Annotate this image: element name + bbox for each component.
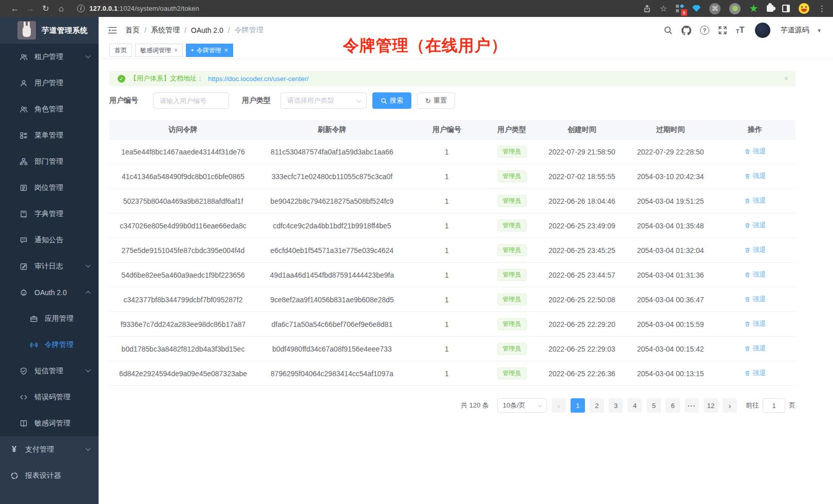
search-button[interactable]: 搜索 <box>372 92 411 109</box>
tab-home[interactable]: 首页 <box>109 44 132 57</box>
sidebar-item-oauth[interactable]: OAuth 2.0 <box>0 279 99 305</box>
force-logout-button[interactable]: 强退 <box>744 344 766 353</box>
table-row: 502375b8040a469a9b82188afdf6af1f be90422… <box>109 189 796 214</box>
sidebar-item-notice[interactable]: 通知公告 <box>0 227 99 253</box>
col-access-token: 访问令牌 <box>109 121 257 140</box>
extensions-puzzle-icon[interactable] <box>767 5 773 12</box>
fullscreen-icon[interactable] <box>718 26 727 35</box>
goto-page-input[interactable] <box>763 398 785 413</box>
extension-command-icon[interactable]: ⌘ <box>709 3 721 14</box>
sidebar-item-oauth-app[interactable]: 应用管理 <box>0 305 99 332</box>
force-logout-button[interactable]: 强退 <box>744 319 766 328</box>
sidebar-item-pay[interactable]: ¥ 支付管理 <box>0 436 99 462</box>
prev-page-button[interactable]: ‹ <box>552 398 566 413</box>
extension-star-icon[interactable] <box>749 4 758 13</box>
profile-emoji-icon[interactable] <box>799 3 809 14</box>
filter-bar: 用户编号 用户类型 请选择用户类型 搜索 ↻ 重置 <box>109 92 796 109</box>
sidebar-item-oauth-token[interactable]: 令牌管理 <box>0 332 99 358</box>
force-logout-button[interactable]: 强退 <box>744 245 766 255</box>
chevron-up-icon <box>86 291 91 296</box>
sidebar-item-label: 租户管理 <box>34 52 63 62</box>
breadcrumb-system[interactable]: 系统管理 <box>151 26 180 35</box>
share-icon[interactable] <box>643 5 651 13</box>
avatar[interactable] <box>755 23 770 38</box>
url-path: :1024/system/oauth2/token <box>118 5 199 12</box>
sidebar-item-label: 令牌管理 <box>45 340 73 350</box>
page-button-2[interactable]: 2 <box>590 398 604 413</box>
user-id-input[interactable] <box>153 92 229 109</box>
sidebar-menu-bottom: ¥ 支付管理 报表设计器 <box>0 436 99 489</box>
page-size-select[interactable]: 10条/页 <box>497 398 547 413</box>
page-button-6[interactable]: 6 <box>666 398 680 413</box>
refresh-icon[interactable]: ↻ <box>38 4 53 13</box>
user-type-badge: 管理员 <box>498 146 526 158</box>
chevron-down-icon <box>356 98 362 103</box>
close-icon[interactable]: × <box>224 47 228 54</box>
font-size-icon[interactable]: TT <box>736 26 745 34</box>
help-icon[interactable]: ? <box>700 26 709 35</box>
sidebar-item-sensitive-words[interactable]: 敏感词管理 <box>0 410 99 436</box>
breadcrumb-home[interactable]: 首页 <box>125 26 140 35</box>
browser-menu-icon[interactable]: ⋮ <box>818 4 826 13</box>
sidebar-item-post[interactable]: 岗位管理 <box>0 175 99 201</box>
force-logout-button[interactable]: 强退 <box>744 221 766 230</box>
home-icon[interactable]: ⌂ <box>53 4 69 13</box>
force-logout-button[interactable]: 强退 <box>744 147 766 156</box>
shield-check-icon <box>19 366 28 375</box>
sidebar-item-report-designer[interactable]: 报表设计器 <box>0 462 99 489</box>
back-icon[interactable]: ← <box>7 4 23 13</box>
sidebar-fold-icon[interactable] <box>108 26 117 34</box>
more-pages-button[interactable]: ··· <box>685 398 699 413</box>
user-type-select[interactable]: 请选择用户类型 <box>280 92 367 109</box>
table-row: c342377bf8b344799dcbf7bf095287f2 9ce8ef2… <box>109 287 796 312</box>
force-logout-button[interactable]: 强退 <box>744 171 766 181</box>
force-logout-button[interactable]: 强退 <box>744 270 766 279</box>
sidebar-item-error-code[interactable]: 错误码管理 <box>0 384 99 410</box>
app-logo-row[interactable]: 芋道管理系统 <box>0 17 99 44</box>
force-logout-button[interactable]: 强退 <box>744 369 766 378</box>
extension-grid-icon[interactable]: 9 <box>676 5 684 12</box>
sidebar-item-dept[interactable]: 部门管理 <box>0 148 99 175</box>
sidebar-item-tenant[interactable]: 租户管理 <box>0 44 99 70</box>
close-icon[interactable]: × <box>174 47 178 54</box>
tab-token[interactable]: ● 令牌管理 × <box>186 44 233 57</box>
page-button-12[interactable]: 12 <box>704 398 718 413</box>
sidebar-item-role[interactable]: 角色管理 <box>0 96 99 122</box>
url-bar[interactable]: i 127.0.0.1:1024/system/oauth2/token <box>77 5 199 12</box>
chevron-down-icon[interactable]: ▾ <box>818 27 821 34</box>
forward-icon[interactable]: → <box>23 4 38 13</box>
bookmark-star-icon[interactable]: ☆ <box>660 4 667 13</box>
page-button-1[interactable]: 1 <box>571 398 585 413</box>
navbar-actions: ? TT 芋道源码 ▾ <box>664 23 821 38</box>
user-type-badge: 管理员 <box>498 269 526 281</box>
doc-link[interactable]: https://doc.iocoder.cn/user-center/ <box>208 75 309 83</box>
sidebar-item-sms[interactable]: 短信管理 <box>0 358 99 384</box>
search-icon[interactable] <box>664 26 673 35</box>
alert-text: 【用户体系】文档地址： <box>130 74 203 83</box>
active-dot-icon: ● <box>191 48 194 52</box>
page-button-5[interactable]: 5 <box>647 398 661 413</box>
table-row: 54d6be82ee5a460a9aedc1f9bf223656 49d1aa4… <box>109 263 796 287</box>
close-icon[interactable]: × <box>784 74 788 83</box>
extension-record-icon[interactable] <box>729 3 741 14</box>
goto-suffix: 页 <box>789 401 796 410</box>
menu-tree-icon <box>19 131 28 140</box>
breadcrumb-oauth[interactable]: OAuth 2.0 <box>191 26 223 34</box>
sidebar-item-menu[interactable]: 菜单管理 <box>0 122 99 148</box>
force-logout-button[interactable]: 强退 <box>744 295 766 304</box>
extension-gem-icon[interactable] <box>692 5 701 12</box>
github-icon[interactable] <box>681 26 691 35</box>
tab-sensitive-words[interactable]: 敏感词管理 × <box>135 44 183 57</box>
sidebar-item-audit-log[interactable]: 审计日志 <box>0 253 99 279</box>
reset-button[interactable]: ↻ 重置 <box>417 92 455 109</box>
table-row: 41c41346a548490f9dc8b01c6bfe0865 333ecfc… <box>109 164 796 189</box>
next-page-button[interactable]: › <box>723 398 737 413</box>
username[interactable]: 芋道源码 <box>780 26 809 35</box>
sidebar-item-dict[interactable]: 字典管理 <box>0 201 99 227</box>
force-logout-button[interactable]: 强退 <box>744 196 766 205</box>
site-info-icon[interactable]: i <box>77 5 85 12</box>
split-view-icon[interactable] <box>782 5 790 12</box>
sidebar-item-user[interactable]: 用户管理 <box>0 70 99 96</box>
page-button-4[interactable]: 4 <box>628 398 642 413</box>
page-button-3[interactable]: 3 <box>609 398 623 413</box>
